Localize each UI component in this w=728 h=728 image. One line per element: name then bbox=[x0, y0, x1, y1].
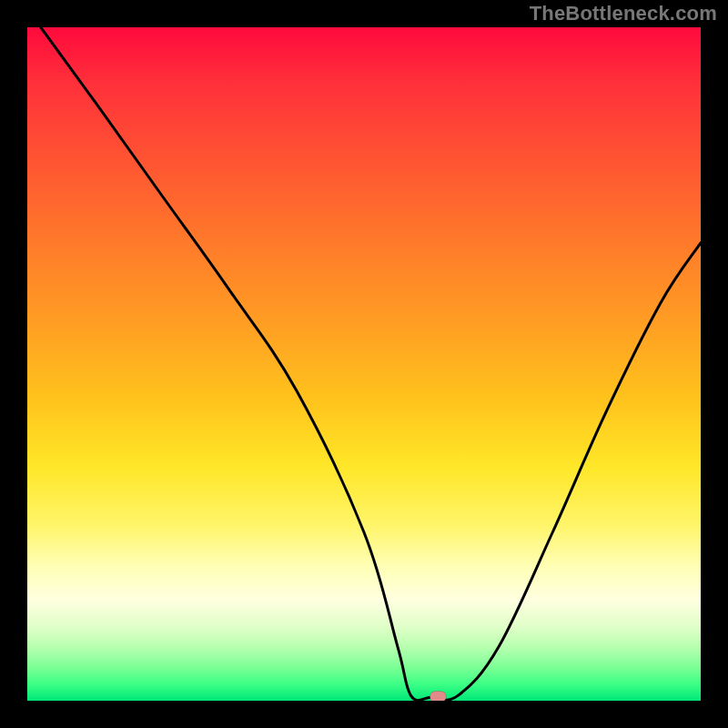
watermark-text: TheBottleneck.com bbox=[530, 2, 717, 25]
bottleneck-curve bbox=[41, 27, 701, 701]
chart-frame: TheBottleneck.com bbox=[0, 0, 728, 728]
curve-overlay bbox=[27, 27, 701, 701]
plot-area bbox=[27, 27, 701, 701]
optimal-marker bbox=[430, 692, 446, 701]
